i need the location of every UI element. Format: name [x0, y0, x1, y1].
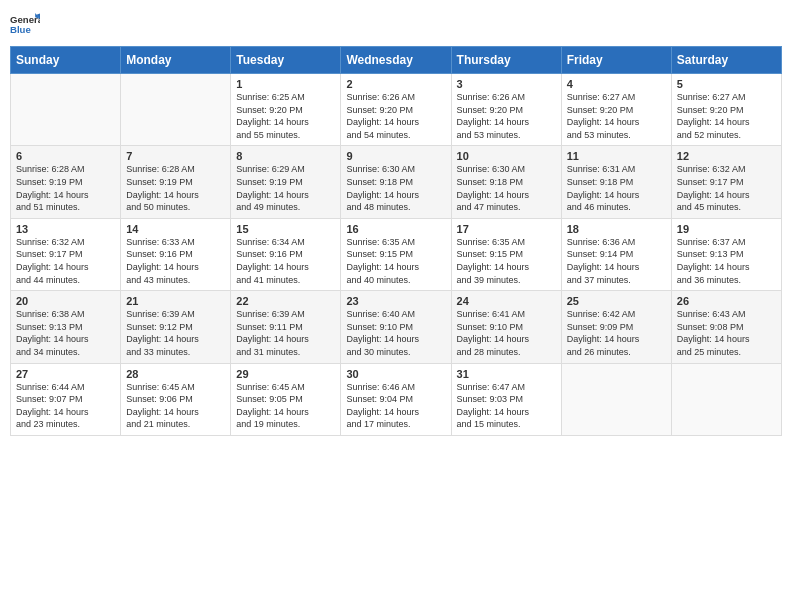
calendar-cell [671, 363, 781, 435]
week-row-2: 6Sunrise: 6:28 AM Sunset: 9:19 PM Daylig… [11, 146, 782, 218]
day-info: Sunrise: 6:25 AM Sunset: 9:20 PM Dayligh… [236, 91, 335, 141]
calendar-cell: 30Sunrise: 6:46 AM Sunset: 9:04 PM Dayli… [341, 363, 451, 435]
day-info: Sunrise: 6:35 AM Sunset: 9:15 PM Dayligh… [346, 236, 445, 286]
day-number: 3 [457, 78, 556, 90]
weekday-header-thursday: Thursday [451, 47, 561, 74]
svg-text:Blue: Blue [10, 24, 31, 35]
day-info: Sunrise: 6:30 AM Sunset: 9:18 PM Dayligh… [346, 163, 445, 213]
day-number: 24 [457, 295, 556, 307]
calendar-cell: 20Sunrise: 6:38 AM Sunset: 9:13 PM Dayli… [11, 291, 121, 363]
calendar-cell: 19Sunrise: 6:37 AM Sunset: 9:13 PM Dayli… [671, 218, 781, 290]
weekday-header-monday: Monday [121, 47, 231, 74]
day-info: Sunrise: 6:26 AM Sunset: 9:20 PM Dayligh… [457, 91, 556, 141]
calendar-cell: 10Sunrise: 6:30 AM Sunset: 9:18 PM Dayli… [451, 146, 561, 218]
day-number: 18 [567, 223, 666, 235]
day-info: Sunrise: 6:36 AM Sunset: 9:14 PM Dayligh… [567, 236, 666, 286]
calendar-cell: 13Sunrise: 6:32 AM Sunset: 9:17 PM Dayli… [11, 218, 121, 290]
day-number: 2 [346, 78, 445, 90]
day-number: 27 [16, 368, 115, 380]
day-info: Sunrise: 6:45 AM Sunset: 9:06 PM Dayligh… [126, 381, 225, 431]
day-info: Sunrise: 6:27 AM Sunset: 9:20 PM Dayligh… [677, 91, 776, 141]
week-row-5: 27Sunrise: 6:44 AM Sunset: 9:07 PM Dayli… [11, 363, 782, 435]
calendar-cell [11, 74, 121, 146]
day-number: 14 [126, 223, 225, 235]
day-number: 13 [16, 223, 115, 235]
calendar-cell: 24Sunrise: 6:41 AM Sunset: 9:10 PM Dayli… [451, 291, 561, 363]
calendar-cell: 17Sunrise: 6:35 AM Sunset: 9:15 PM Dayli… [451, 218, 561, 290]
calendar-cell: 22Sunrise: 6:39 AM Sunset: 9:11 PM Dayli… [231, 291, 341, 363]
day-number: 16 [346, 223, 445, 235]
calendar-cell [121, 74, 231, 146]
day-info: Sunrise: 6:29 AM Sunset: 9:19 PM Dayligh… [236, 163, 335, 213]
day-number: 23 [346, 295, 445, 307]
calendar-cell: 31Sunrise: 6:47 AM Sunset: 9:03 PM Dayli… [451, 363, 561, 435]
day-info: Sunrise: 6:37 AM Sunset: 9:13 PM Dayligh… [677, 236, 776, 286]
calendar-cell: 1Sunrise: 6:25 AM Sunset: 9:20 PM Daylig… [231, 74, 341, 146]
day-info: Sunrise: 6:30 AM Sunset: 9:18 PM Dayligh… [457, 163, 556, 213]
day-info: Sunrise: 6:34 AM Sunset: 9:16 PM Dayligh… [236, 236, 335, 286]
day-number: 15 [236, 223, 335, 235]
week-row-4: 20Sunrise: 6:38 AM Sunset: 9:13 PM Dayli… [11, 291, 782, 363]
weekday-header-row: SundayMondayTuesdayWednesdayThursdayFrid… [11, 47, 782, 74]
day-info: Sunrise: 6:41 AM Sunset: 9:10 PM Dayligh… [457, 308, 556, 358]
day-number: 6 [16, 150, 115, 162]
day-number: 31 [457, 368, 556, 380]
calendar-cell: 3Sunrise: 6:26 AM Sunset: 9:20 PM Daylig… [451, 74, 561, 146]
day-number: 21 [126, 295, 225, 307]
day-number: 10 [457, 150, 556, 162]
calendar-cell: 5Sunrise: 6:27 AM Sunset: 9:20 PM Daylig… [671, 74, 781, 146]
calendar-cell: 25Sunrise: 6:42 AM Sunset: 9:09 PM Dayli… [561, 291, 671, 363]
calendar-cell: 21Sunrise: 6:39 AM Sunset: 9:12 PM Dayli… [121, 291, 231, 363]
calendar-cell: 4Sunrise: 6:27 AM Sunset: 9:20 PM Daylig… [561, 74, 671, 146]
day-number: 1 [236, 78, 335, 90]
day-number: 22 [236, 295, 335, 307]
weekday-header-tuesday: Tuesday [231, 47, 341, 74]
calendar-cell: 28Sunrise: 6:45 AM Sunset: 9:06 PM Dayli… [121, 363, 231, 435]
day-info: Sunrise: 6:46 AM Sunset: 9:04 PM Dayligh… [346, 381, 445, 431]
day-info: Sunrise: 6:39 AM Sunset: 9:12 PM Dayligh… [126, 308, 225, 358]
day-info: Sunrise: 6:27 AM Sunset: 9:20 PM Dayligh… [567, 91, 666, 141]
day-number: 4 [567, 78, 666, 90]
calendar-cell: 11Sunrise: 6:31 AM Sunset: 9:18 PM Dayli… [561, 146, 671, 218]
logo-icon: General Blue [10, 10, 40, 40]
page-header: General Blue [10, 10, 782, 40]
calendar-cell: 23Sunrise: 6:40 AM Sunset: 9:10 PM Dayli… [341, 291, 451, 363]
day-info: Sunrise: 6:42 AM Sunset: 9:09 PM Dayligh… [567, 308, 666, 358]
day-number: 26 [677, 295, 776, 307]
weekday-header-friday: Friday [561, 47, 671, 74]
calendar-cell: 7Sunrise: 6:28 AM Sunset: 9:19 PM Daylig… [121, 146, 231, 218]
day-number: 12 [677, 150, 776, 162]
weekday-header-saturday: Saturday [671, 47, 781, 74]
calendar-cell: 16Sunrise: 6:35 AM Sunset: 9:15 PM Dayli… [341, 218, 451, 290]
week-row-1: 1Sunrise: 6:25 AM Sunset: 9:20 PM Daylig… [11, 74, 782, 146]
day-info: Sunrise: 6:28 AM Sunset: 9:19 PM Dayligh… [126, 163, 225, 213]
day-info: Sunrise: 6:35 AM Sunset: 9:15 PM Dayligh… [457, 236, 556, 286]
day-info: Sunrise: 6:32 AM Sunset: 9:17 PM Dayligh… [16, 236, 115, 286]
day-number: 25 [567, 295, 666, 307]
calendar-cell: 18Sunrise: 6:36 AM Sunset: 9:14 PM Dayli… [561, 218, 671, 290]
day-info: Sunrise: 6:44 AM Sunset: 9:07 PM Dayligh… [16, 381, 115, 431]
calendar-cell [561, 363, 671, 435]
day-number: 9 [346, 150, 445, 162]
calendar-cell: 14Sunrise: 6:33 AM Sunset: 9:16 PM Dayli… [121, 218, 231, 290]
day-number: 30 [346, 368, 445, 380]
day-number: 28 [126, 368, 225, 380]
day-number: 11 [567, 150, 666, 162]
day-info: Sunrise: 6:43 AM Sunset: 9:08 PM Dayligh… [677, 308, 776, 358]
day-info: Sunrise: 6:33 AM Sunset: 9:16 PM Dayligh… [126, 236, 225, 286]
day-info: Sunrise: 6:38 AM Sunset: 9:13 PM Dayligh… [16, 308, 115, 358]
calendar-cell: 8Sunrise: 6:29 AM Sunset: 9:19 PM Daylig… [231, 146, 341, 218]
calendar-table: SundayMondayTuesdayWednesdayThursdayFrid… [10, 46, 782, 436]
day-info: Sunrise: 6:32 AM Sunset: 9:17 PM Dayligh… [677, 163, 776, 213]
day-number: 8 [236, 150, 335, 162]
day-info: Sunrise: 6:26 AM Sunset: 9:20 PM Dayligh… [346, 91, 445, 141]
day-number: 5 [677, 78, 776, 90]
day-info: Sunrise: 6:47 AM Sunset: 9:03 PM Dayligh… [457, 381, 556, 431]
calendar-cell: 9Sunrise: 6:30 AM Sunset: 9:18 PM Daylig… [341, 146, 451, 218]
day-number: 29 [236, 368, 335, 380]
calendar-cell: 6Sunrise: 6:28 AM Sunset: 9:19 PM Daylig… [11, 146, 121, 218]
logo: General Blue [10, 10, 42, 40]
calendar-cell: 12Sunrise: 6:32 AM Sunset: 9:17 PM Dayli… [671, 146, 781, 218]
calendar-cell: 26Sunrise: 6:43 AM Sunset: 9:08 PM Dayli… [671, 291, 781, 363]
calendar-cell: 29Sunrise: 6:45 AM Sunset: 9:05 PM Dayli… [231, 363, 341, 435]
